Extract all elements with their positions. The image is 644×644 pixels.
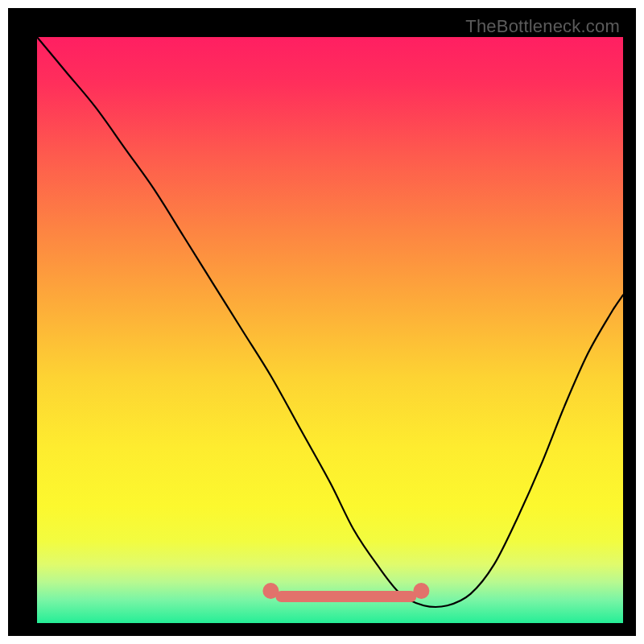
chart-frame: TheBottleneck.com — [8, 8, 636, 636]
watermark-label: TheBottleneck.com — [465, 16, 620, 37]
canvas: TheBottleneck.com — [0, 0, 644, 644]
chart-plot-area — [37, 37, 623, 623]
bottleneck-curve — [37, 37, 623, 623]
